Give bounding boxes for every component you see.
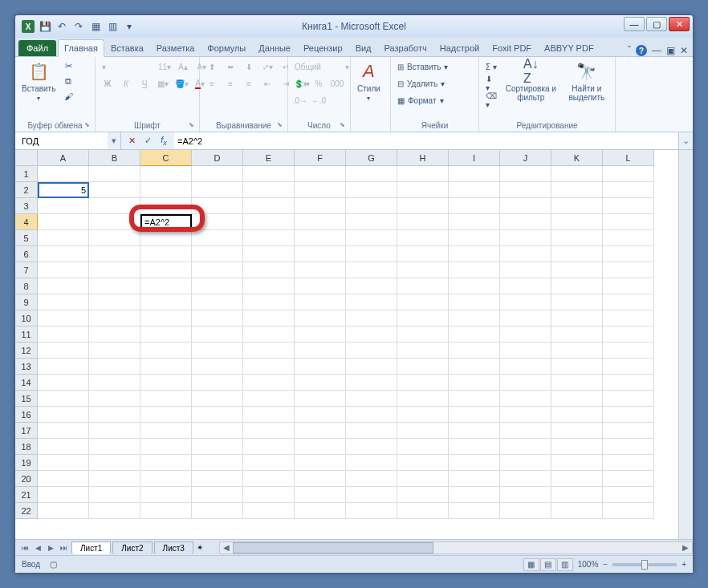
- tab-Надстрой[interactable]: Надстрой: [433, 39, 486, 56]
- cell-J18[interactable]: [500, 439, 551, 455]
- namebox-dropdown-icon[interactable]: ▾: [108, 132, 120, 149]
- cell-D11[interactable]: [192, 326, 243, 343]
- cell-D13[interactable]: [192, 359, 243, 375]
- save-icon[interactable]: 💾: [37, 18, 53, 34]
- cell-J7[interactable]: [500, 262, 551, 278]
- cell-J12[interactable]: [500, 343, 551, 359]
- cell-L18[interactable]: [603, 439, 654, 455]
- cell-H5[interactable]: [397, 230, 449, 246]
- row-header-8[interactable]: 8: [15, 278, 38, 294]
- column-header-E[interactable]: E: [243, 150, 295, 166]
- cell-L14[interactable]: [603, 375, 654, 391]
- cell-F18[interactable]: [295, 439, 346, 455]
- sheet-tab-Лист1[interactable]: Лист1: [71, 541, 111, 554]
- bold-icon[interactable]: Ж: [99, 75, 116, 91]
- cell-E13[interactable]: [243, 359, 295, 375]
- autosum-button[interactable]: Σ ▾: [482, 59, 500, 75]
- cell-F19[interactable]: [295, 455, 346, 471]
- qat-extra-2-icon[interactable]: ▥: [104, 18, 120, 34]
- cell-B10[interactable]: [89, 310, 140, 326]
- clear-button[interactable]: ⌫ ▾: [482, 92, 500, 108]
- row-header-1[interactable]: 1: [15, 166, 38, 182]
- cell-F8[interactable]: [295, 278, 346, 294]
- zoom-in-icon[interactable]: +: [682, 560, 686, 569]
- cell-L22[interactable]: [603, 503, 654, 519]
- cell-H6[interactable]: [397, 246, 449, 262]
- cell-F4[interactable]: [295, 214, 346, 230]
- cell-D18[interactable]: [192, 439, 243, 455]
- cell-F7[interactable]: [295, 262, 346, 278]
- cell-B15[interactable]: [89, 391, 140, 407]
- tab-Разработч[interactable]: Разработч: [378, 39, 433, 56]
- cell-G3[interactable]: [346, 198, 397, 214]
- cell-G16[interactable]: [346, 407, 397, 423]
- minimize-button[interactable]: —: [624, 17, 645, 31]
- sort-filter-button[interactable]: A↓ZСортировка и фильтр: [502, 59, 560, 103]
- cell-B22[interactable]: [89, 503, 140, 519]
- cell-B2[interactable]: [89, 182, 140, 198]
- cell-F20[interactable]: [295, 471, 346, 487]
- formulabar-expand-icon[interactable]: ⌄: [678, 132, 693, 149]
- format-painter-icon[interactable]: 🖌: [60, 89, 76, 103]
- cell-B1[interactable]: [89, 166, 140, 182]
- cell-H9[interactable]: [397, 294, 449, 310]
- cell-H4[interactable]: [397, 214, 449, 230]
- cell-A5[interactable]: [38, 230, 89, 246]
- cell-E17[interactable]: [243, 423, 295, 439]
- cell-A8[interactable]: [38, 278, 89, 294]
- cell-F17[interactable]: [295, 423, 346, 439]
- tab-Формулы[interactable]: Формулы: [201, 39, 252, 56]
- cell-J17[interactable]: [500, 423, 551, 439]
- number-format-combo[interactable]: Общий▾: [291, 59, 352, 75]
- macro-record-icon[interactable]: ▢: [50, 560, 57, 569]
- cell-A4[interactable]: [38, 214, 89, 230]
- cell-I20[interactable]: [449, 471, 500, 487]
- cell-D15[interactable]: [192, 391, 243, 407]
- cell-J8[interactable]: [500, 278, 551, 294]
- cell-L12[interactable]: [603, 343, 654, 359]
- cell-J16[interactable]: [500, 407, 551, 423]
- cell-L21[interactable]: [603, 487, 654, 503]
- cell-A6[interactable]: [38, 246, 89, 262]
- cell-E22[interactable]: [243, 503, 295, 519]
- row-header-11[interactable]: 11: [15, 326, 38, 343]
- cell-K8[interactable]: [551, 278, 603, 294]
- column-header-I[interactable]: I: [449, 150, 500, 166]
- cell-G11[interactable]: [346, 326, 397, 343]
- row-header-7[interactable]: 7: [15, 262, 38, 278]
- cell-G1[interactable]: [346, 166, 397, 182]
- cell-J21[interactable]: [500, 487, 551, 503]
- row-header-6[interactable]: 6: [15, 246, 38, 262]
- cell-B7[interactable]: [89, 262, 140, 278]
- underline-icon[interactable]: Ч: [136, 75, 153, 91]
- cell-B21[interactable]: [89, 487, 140, 503]
- fill-color-icon[interactable]: 🪣▾: [173, 75, 190, 91]
- currency-icon[interactable]: 💲▾: [291, 75, 309, 91]
- cell-G9[interactable]: [346, 294, 397, 310]
- cell-A22[interactable]: [38, 503, 89, 519]
- qat-dropdown-icon[interactable]: ▾: [121, 18, 137, 34]
- cell-F13[interactable]: [295, 359, 346, 375]
- cell-D8[interactable]: [192, 278, 243, 294]
- sheet-nav-last-icon[interactable]: ⏭: [57, 541, 70, 554]
- row-header-20[interactable]: 20: [15, 471, 38, 487]
- cell-K15[interactable]: [551, 391, 603, 407]
- cell-J15[interactable]: [500, 391, 551, 407]
- cell-I21[interactable]: [449, 487, 500, 503]
- cell-F14[interactable]: [295, 375, 346, 391]
- cell-I7[interactable]: [449, 262, 500, 278]
- column-header-H[interactable]: H: [397, 150, 449, 166]
- cell-C9[interactable]: [140, 294, 192, 310]
- cell-D9[interactable]: [192, 294, 243, 310]
- cell-I10[interactable]: [449, 310, 500, 326]
- tab-Данные[interactable]: Данные: [252, 39, 297, 56]
- cell-H15[interactable]: [397, 391, 449, 407]
- comma-icon[interactable]: 000: [328, 75, 346, 91]
- cell-C22[interactable]: [140, 503, 192, 519]
- cell-I5[interactable]: [449, 230, 500, 246]
- cell-I4[interactable]: [449, 214, 500, 230]
- cell-A9[interactable]: [38, 294, 89, 310]
- align-right-icon[interactable]: ≡: [240, 75, 258, 91]
- cell-H10[interactable]: [397, 310, 449, 326]
- page-break-view-icon[interactable]: ▥: [557, 558, 573, 571]
